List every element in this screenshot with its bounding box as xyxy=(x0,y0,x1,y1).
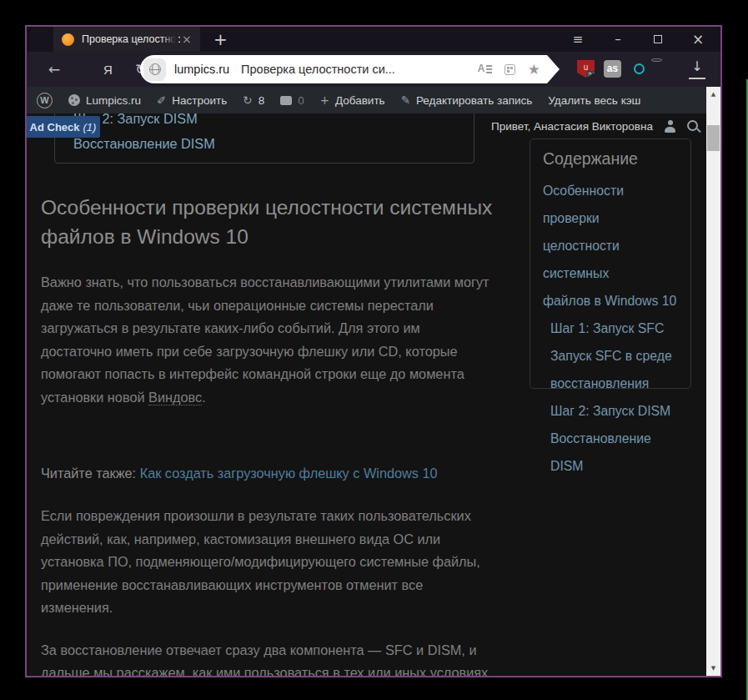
admin-comments-link[interactable]: 0 xyxy=(280,94,304,107)
admin-updates-link[interactable]: ↻8 xyxy=(243,93,264,107)
admin-edit-post-link[interactable]: ✎Редактировать запись xyxy=(401,93,533,107)
toc-link-restore-dism[interactable]: Восстановление DISM xyxy=(73,131,474,156)
page-content: Шаг 2: Запуск DISM Восстановление DISM A… xyxy=(27,113,706,676)
user-avatar-icon[interactable] xyxy=(664,120,676,133)
scroll-down-icon[interactable]: ▼ xyxy=(706,665,720,672)
sidebar-toc-item-step2-dism[interactable]: Шаг 2: Запуск DISM xyxy=(543,397,684,425)
scrollbar-thumb[interactable] xyxy=(707,125,720,151)
admin-customize-link[interactable]: ✐Настроить xyxy=(157,93,227,107)
ad-check-count: (1) xyxy=(83,121,97,133)
tab-close-icon[interactable]: × xyxy=(182,33,192,46)
address-domain: lumpics.ru xyxy=(174,63,229,76)
page-scrollbar[interactable]: ▲ ▼ xyxy=(706,87,720,676)
browser-toolbar: ← Я ↻ lumpics.ru Проверка целостности си… xyxy=(27,52,720,87)
window-minimize-icon[interactable]: – xyxy=(605,27,630,52)
page-viewport: W Lumpics.ru ✐Настроить ↻8 0 +Добавить ✎… xyxy=(27,87,720,676)
article-column: Особенности проверки целостности системн… xyxy=(41,193,530,676)
greeting-text[interactable]: Привет, Анастасия Викторовна xyxy=(491,120,653,133)
site-favicon-icon xyxy=(62,33,74,46)
paragraph-1: Важно знать, что пользоваться восстанавл… xyxy=(41,271,530,409)
admin-add-new-link[interactable]: +Добавить xyxy=(320,93,385,107)
ad-check-badge[interactable]: Ad Check (1) xyxy=(27,116,100,138)
search-icon[interactable] xyxy=(687,120,700,133)
admin-greeting: Привет, Анастасия Викторовна xyxy=(491,120,700,133)
tab-title-fade xyxy=(162,27,178,52)
lastfm-extension-icon[interactable]: as xyxy=(604,60,621,78)
sidebar-toc-item-sfc-recovery[interactable]: Запуск SFC в среде восстановления xyxy=(543,342,684,397)
sidebar-toc-item-step1-sfc[interactable]: Шаг 1: Запуск SFC xyxy=(543,315,684,342)
sidebar-toc-item-restore-dism[interactable]: Восстановление DISM xyxy=(543,425,684,480)
browser-tab[interactable]: Проверка целостности с × xyxy=(53,27,200,52)
brush-icon: ✐ xyxy=(157,93,166,107)
site-icon xyxy=(68,94,80,106)
wordpress-logo-icon: W xyxy=(37,93,53,108)
plus-icon: + xyxy=(320,93,329,107)
address-bar[interactable]: lumpics.ru Проверка целостности си... А … xyxy=(140,55,547,83)
shield-badge: 24 xyxy=(586,71,597,79)
address-bar-actions: А ★ xyxy=(478,61,542,78)
back-icon[interactable]: ← xyxy=(48,52,60,87)
sidebar-toc: Содержание Особенности проверки целостно… xyxy=(530,138,691,389)
tooltip-term[interactable]: Виндовс xyxy=(148,390,202,405)
wp-admin-bar: W Lumpics.ru ✐Настроить ↻8 0 +Добавить ✎… xyxy=(27,87,720,113)
sidebar-toc-title: Содержание xyxy=(543,149,684,169)
read-also-line: Читайте также: Как создать загрузочную ф… xyxy=(41,464,530,482)
admin-site-link[interactable]: Lumpics.ru xyxy=(68,94,141,107)
paragraph-3: За восстановление отвечает сразу два ком… xyxy=(41,639,530,677)
paragraph-2: Если повреждения произошли в результате … xyxy=(41,505,530,620)
bookmark-star-icon[interactable]: ★ xyxy=(528,61,540,78)
vpn-shield-extension-icon[interactable]: u24 xyxy=(577,60,595,78)
yandex-home-button[interactable]: Я xyxy=(103,52,113,87)
article-heading: Особенности проверки целостности системн… xyxy=(41,193,530,251)
tab-bar: Проверка целостности с × + ≡ – × xyxy=(27,27,720,52)
page-action-icon[interactable] xyxy=(505,64,515,75)
address-page-title: Проверка целостности си... xyxy=(241,63,395,76)
pencil-icon: ✎ xyxy=(401,93,410,107)
site-security-chip[interactable] xyxy=(143,58,166,81)
admin-clear-cache-link[interactable]: Удалить весь кэш xyxy=(548,94,640,107)
scroll-up-icon[interactable]: ▲ xyxy=(706,91,720,98)
window-menu-icon[interactable]: ≡ xyxy=(565,27,590,52)
comment-bubble-icon xyxy=(280,96,292,105)
new-tab-button[interactable]: + xyxy=(207,28,234,51)
window-maximize-icon[interactable] xyxy=(645,27,670,52)
sidebar-toc-item-features[interactable]: Особенности проверки целостности системн… xyxy=(543,177,684,315)
globe-icon xyxy=(149,63,161,75)
browser-window: Проверка целостности с × + ≡ – × ← Я ↻ l… xyxy=(25,25,722,677)
wp-logo-menu[interactable]: W xyxy=(37,93,53,108)
desktop-background: Проверка целостности с × + ≡ – × ← Я ↻ l… xyxy=(0,0,748,700)
translate-icon[interactable]: А xyxy=(478,63,492,75)
downloads-icon[interactable]: ↓ xyxy=(689,58,705,79)
updates-icon: ↻ xyxy=(243,93,252,107)
window-close-icon[interactable]: × xyxy=(685,27,710,52)
read-also-link[interactable]: Как создать загрузочную флешку с Windows… xyxy=(140,466,438,481)
